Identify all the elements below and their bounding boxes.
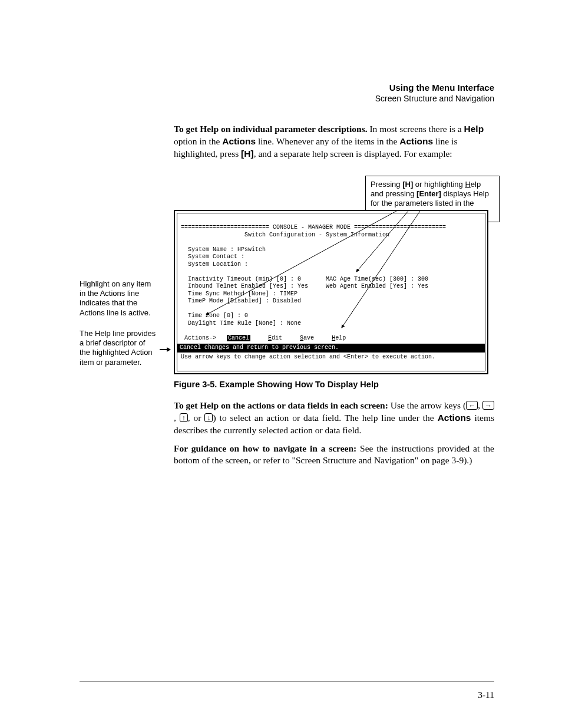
field-system-contact: System Contact : (181, 253, 244, 260)
arrow-left-key-icon: ← (466, 401, 478, 410)
field-daylight-rule: Daylight Time Rule [None] : None (181, 320, 301, 327)
lead-in: To get Help on individual parameter desc… (174, 124, 368, 134)
figure-caption: Figure 3-5. Example Showing How To Displ… (174, 380, 494, 389)
field-mac-age-time: MAC Age Time(sec) [300] : 300 (301, 276, 428, 282)
key-h: [H] (241, 149, 254, 159)
actions-word: Actions (399, 136, 433, 146)
callout-arrow-icon (160, 349, 170, 350)
lead-in: For guidance on how to navigate in a scr… (174, 443, 356, 453)
help-word: Help (464, 124, 484, 134)
running-header-section: Screen Structure and Navigation (80, 94, 494, 103)
terminal-screenshot: ========================= CONSOLE - MANA… (174, 210, 488, 374)
body-column: To get Help on individual parameter desc… (174, 123, 494, 160)
terminal-content: ========================= CONSOLE - MANA… (177, 213, 485, 371)
callout-actions-highlight: Highlight on any item in the Actions lin… (80, 279, 156, 318)
actions-line-label: Actions-> (181, 335, 227, 341)
paragraph-help-actions: To get Help on the actions or data field… (174, 400, 494, 437)
field-time-zone: Time Zone [0] : 0 (181, 312, 248, 319)
action-help: elp (335, 335, 346, 341)
body-column: To get Help on the actions or data field… (174, 400, 494, 467)
arrow-right-key-icon: → (482, 401, 494, 410)
help-status-bar: Cancel changes and return to previous sc… (177, 344, 485, 353)
page-body: Using the Menu Interface Screen Structur… (0, 0, 562, 681)
figure-3-5: Highlight on any item in the Actions lin… (80, 176, 494, 371)
callout-help-line: The Help line provides a brief descripto… (80, 329, 156, 367)
running-header-chapter: Using the Menu Interface (80, 83, 494, 93)
lead-in: To get Help on the actions or data field… (174, 400, 388, 410)
field-inbound-telnet: Inbound Telnet Enabled [Yes] : Yes (181, 283, 308, 289)
field-system-name: System Name : HPswitch (181, 246, 266, 253)
arrow-up-key-icon: ↑ (180, 413, 188, 422)
page-number: 3-11 (80, 690, 494, 700)
action-save: ave (303, 335, 314, 341)
action-cancel: Cancel (227, 335, 250, 341)
field-web-agent: Web Agent Enabled [Yes] : Yes (308, 283, 428, 289)
action-edit: dit (272, 335, 282, 341)
key-h: [H] (402, 180, 413, 189)
field-inactivity-timeout: Inactivity Timeout (min) [0] : 0 (181, 276, 301, 282)
field-time-sync-method: Time Sync Method [None] : TIMEP (181, 291, 297, 297)
paragraph-navigation-guidance: For guidance on how to navigate in a scr… (174, 443, 494, 467)
running-header: Using the Menu Interface Screen Structur… (80, 83, 494, 103)
footer-rule (80, 681, 494, 681)
actions-word: Actions (222, 136, 256, 146)
paragraph-help-individual: To get Help on individual parameter desc… (174, 123, 494, 160)
field-timep-mode: TimeP Mode [Disabled] : Disabled (181, 298, 301, 304)
field-system-location: System Location : (181, 261, 248, 268)
actions-word: Actions (438, 413, 471, 423)
page-footer: 3-11 (0, 681, 562, 700)
arrow-down-key-icon: ↓ (204, 413, 213, 422)
key-enter: [Enter] (416, 189, 441, 198)
navigation-hint: Use arrow keys to change action selectio… (181, 354, 435, 360)
